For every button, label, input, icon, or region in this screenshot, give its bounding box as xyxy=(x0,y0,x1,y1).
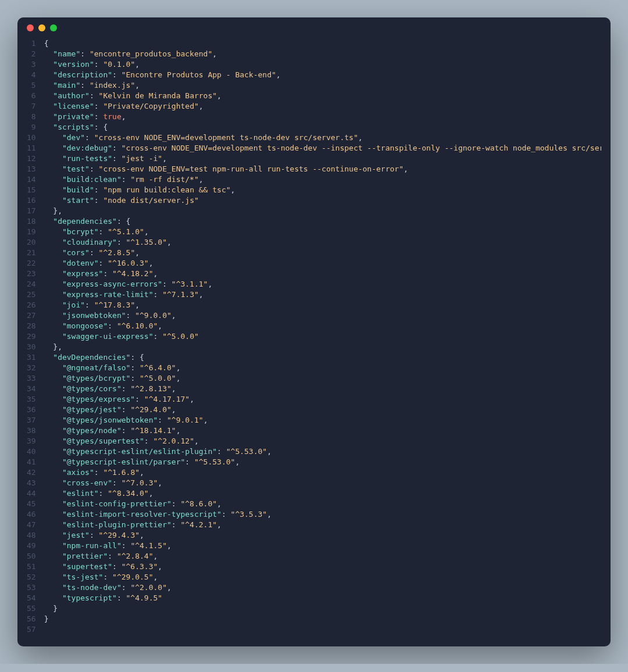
code-line: { xyxy=(44,38,601,49)
code-line: "bcrypt": "^5.1.0", xyxy=(44,227,601,237)
code-line: "eslint-config-prettier": "^8.6.0", xyxy=(44,499,601,509)
line-number: 1 xyxy=(27,38,36,49)
code-line: "cloudinary": "^1.35.0", xyxy=(44,237,601,248)
line-number: 43 xyxy=(27,478,36,488)
code-line: "test": "cross-env NODE_ENV=test npm-run… xyxy=(44,164,601,174)
code-line: "@types/express": "^4.17.17", xyxy=(44,394,601,405)
line-number: 42 xyxy=(27,467,36,478)
code-line: "jsonwebtoken": "^9.0.0", xyxy=(44,310,601,321)
line-number: 14 xyxy=(27,174,36,185)
code-line: "dev:debug": "cross-env NODE_ENV=develop… xyxy=(44,143,601,153)
line-number: 23 xyxy=(27,269,36,279)
line-number: 9 xyxy=(27,122,36,133)
code-line: "swagger-ui-express": "^5.0.0" xyxy=(44,331,601,342)
line-number: 33 xyxy=(27,373,36,384)
line-number: 4 xyxy=(27,70,36,80)
code-line: "express-async-errors": "^3.1.1", xyxy=(44,279,601,289)
line-number: 22 xyxy=(27,258,36,269)
line-number: 17 xyxy=(27,206,36,216)
titlebar xyxy=(17,17,611,38)
line-number: 20 xyxy=(27,237,36,248)
line-number: 11 xyxy=(27,143,36,153)
code-line: "devDependencies": { xyxy=(44,352,601,363)
code-line: "dotenv": "^16.0.3", xyxy=(44,258,601,269)
line-number: 19 xyxy=(27,227,36,237)
code-line: "@types/cors": "^2.8.13", xyxy=(44,384,601,394)
code-line: "@typescript-eslint/eslint-plugin": "^5.… xyxy=(44,446,601,457)
code-line: "@typescript-eslint/parser": "^5.53.0", xyxy=(44,457,601,467)
code-line: "author": "Kelvin de Miranda Barros", xyxy=(44,91,601,101)
code-line xyxy=(44,624,601,635)
code-line: "@types/jsonwebtoken": "^9.0.1", xyxy=(44,415,601,426)
code-line: } xyxy=(44,603,601,614)
close-icon[interactable] xyxy=(27,24,34,31)
code-line: "mongoose": "^6.10.0", xyxy=(44,321,601,331)
line-number: 36 xyxy=(27,405,36,415)
code-line: "supertest": "^6.3.3", xyxy=(44,562,601,572)
minimize-icon[interactable] xyxy=(38,24,45,31)
line-number: 40 xyxy=(27,446,36,457)
code-line: "version": "0.1.0", xyxy=(44,59,601,70)
code-line: "license": "Private/Copyrighted", xyxy=(44,101,601,112)
line-number: 49 xyxy=(27,541,36,551)
line-number: 18 xyxy=(27,216,36,227)
line-number: 28 xyxy=(27,321,36,331)
line-number: 57 xyxy=(27,624,36,635)
code-line: "description": "Encontre Produtos App - … xyxy=(44,70,601,80)
code-line: "@ngneat/falso": "^6.4.0", xyxy=(44,363,601,373)
line-number: 24 xyxy=(27,279,36,289)
editor-window: 1234567891011121314151617181920212223242… xyxy=(17,17,611,646)
line-number: 2 xyxy=(27,49,36,59)
line-number: 37 xyxy=(27,415,36,426)
line-number: 50 xyxy=(27,551,36,562)
code-line: "ts-node-dev": "^2.0.0", xyxy=(44,582,601,593)
code-line: "typescript": "^4.9.5" xyxy=(44,593,601,603)
code-line: } xyxy=(44,614,601,624)
maximize-icon[interactable] xyxy=(50,24,57,31)
line-number: 38 xyxy=(27,426,36,436)
code-line: "jest": "^29.4.3", xyxy=(44,530,601,541)
line-number: 34 xyxy=(27,384,36,394)
line-number: 39 xyxy=(27,436,36,446)
line-number: 48 xyxy=(27,530,36,541)
code-line: "dev": "cross-env NODE_ENV=development t… xyxy=(44,133,601,143)
line-number: 47 xyxy=(27,520,36,530)
code-line: "build": "npm run build:clean && tsc", xyxy=(44,185,601,195)
line-number: 3 xyxy=(27,59,36,70)
code-line: "joi": "^17.8.3", xyxy=(44,300,601,310)
code-line: "private": true, xyxy=(44,112,601,122)
line-number: 16 xyxy=(27,195,36,206)
line-number: 21 xyxy=(27,248,36,258)
code-line: "@types/bcrypt": "^5.0.0", xyxy=(44,373,601,384)
code-line: "cross-env": "^7.0.3", xyxy=(44,478,601,488)
line-number: 30 xyxy=(27,342,36,352)
code-line: "eslint-plugin-prettier": "^4.2.1", xyxy=(44,520,601,530)
code-line: "@types/supertest": "^2.0.12", xyxy=(44,436,601,446)
line-number: 46 xyxy=(27,509,36,520)
line-number: 27 xyxy=(27,310,36,321)
code-line: "eslint-import-resolver-typescript": "^3… xyxy=(44,509,601,520)
line-number: 25 xyxy=(27,289,36,300)
line-number: 55 xyxy=(27,603,36,614)
line-number: 8 xyxy=(27,112,36,122)
code-line: "@types/jest": "^29.4.0", xyxy=(44,405,601,415)
code-line: "express": "^4.18.2", xyxy=(44,269,601,279)
code-line: "express-rate-limit": "^7.1.3", xyxy=(44,289,601,300)
line-number: 15 xyxy=(27,185,36,195)
code-line: "main": "index.js", xyxy=(44,80,601,91)
line-number: 7 xyxy=(27,101,36,112)
code-line: "prettier": "^2.8.4", xyxy=(44,551,601,562)
line-number: 26 xyxy=(27,300,36,310)
line-number: 5 xyxy=(27,80,36,91)
code-content[interactable]: { "name": "encontre_produtos_backend", "… xyxy=(44,38,601,635)
line-number: 54 xyxy=(27,593,36,603)
line-number: 41 xyxy=(27,457,36,467)
line-number: 13 xyxy=(27,164,36,174)
line-number: 35 xyxy=(27,394,36,405)
line-number: 53 xyxy=(27,582,36,593)
code-line: }, xyxy=(44,342,601,352)
code-line: "ts-jest": "^29.0.5", xyxy=(44,572,601,582)
line-number: 56 xyxy=(27,614,36,624)
line-number: 10 xyxy=(27,133,36,143)
code-line: "dependencies": { xyxy=(44,216,601,227)
